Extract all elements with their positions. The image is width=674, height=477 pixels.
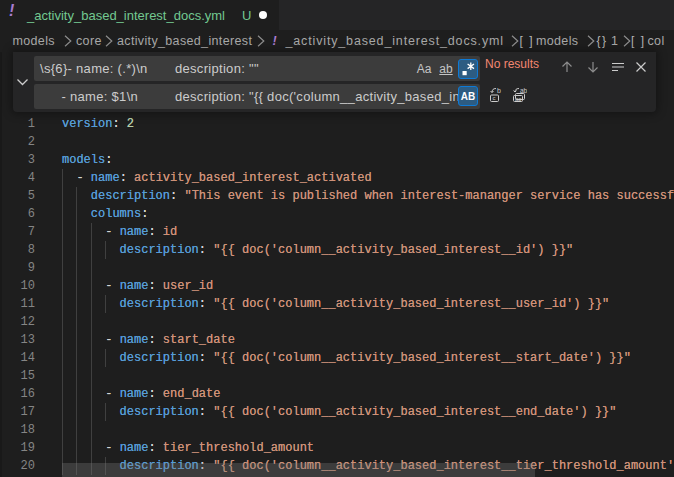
svg-text:ab: ab <box>520 87 527 94</box>
svg-text:b: b <box>497 87 501 94</box>
svg-text:c: c <box>493 95 496 101</box>
svg-text:ac: ac <box>515 95 521 101</box>
